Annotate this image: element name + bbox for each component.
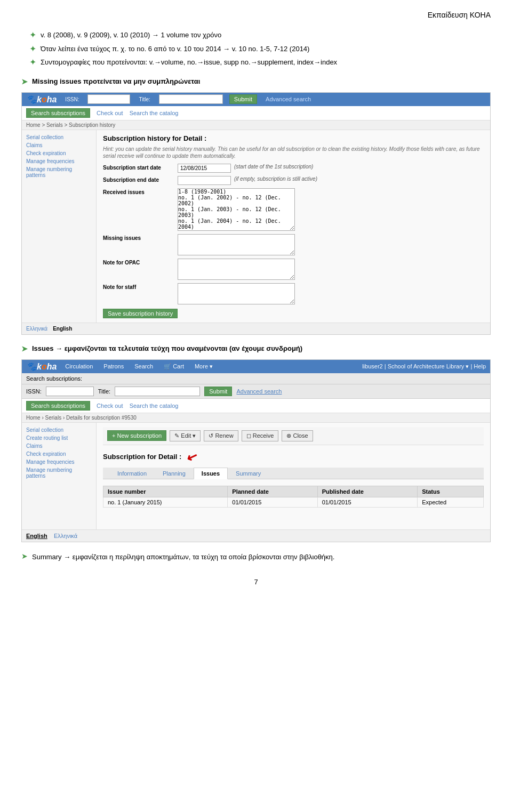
sidebar-manage-frequencies[interactable]: Manage frequencies	[26, 158, 92, 164]
bullet-text-3: Συντομογραφίες που προτείνονται: v.→volu…	[41, 57, 337, 68]
close-btn[interactable]: ⊗ Close	[282, 430, 313, 441]
bullet-item-1: ✦ v. 8 (2008), v. 9 (2009), v. 10 (2010)…	[27, 30, 491, 41]
bullet-item-2: ✦ Όταν λείπει ένα τεύχος π. χ. το no. 6 …	[27, 44, 491, 54]
issn-input-1[interactable]	[87, 94, 130, 104]
new-subscription-btn[interactable]: + New subscription	[107, 430, 166, 441]
koha1-heading: Subscription history for Detail :	[103, 134, 484, 142]
tab-issues[interactable]: Issues	[194, 468, 228, 479]
koha2-sidebar: Serial collection Create routing list Cl…	[22, 423, 97, 529]
tab-bar: Information Planning Issues Summary	[103, 468, 484, 479]
opac-textarea[interactable]	[178, 259, 295, 280]
col-planned-date: Planned date	[228, 486, 317, 497]
start-date-label: Subscription start date	[103, 164, 178, 171]
koha1-body: Serial collection Claims Check expiratio…	[22, 130, 490, 323]
bullet-icon-1: ✦	[29, 30, 36, 40]
page-header: Εκπαίδευση ΚΟΗΑ	[21, 11, 491, 19]
koha2-body: Serial collection Create routing list Cl…	[22, 423, 490, 529]
lang-greek-1[interactable]: Ελληνικά	[26, 326, 47, 332]
receive-btn[interactable]: ◻ Receive	[242, 430, 279, 441]
advanced-search-link-1[interactable]: Advanced search	[263, 95, 313, 103]
form-row-start: Subscription start date (start date of t…	[103, 164, 484, 173]
bullet-icon-3: ✦	[29, 57, 36, 67]
sidebar-serial-collection[interactable]: Serial collection	[26, 134, 92, 140]
sidebar2-manage-frequencies[interactable]: Manage frequencies	[26, 459, 92, 465]
koha1-footer: Ελληνικά English	[22, 323, 490, 334]
sidebar-check-expiration[interactable]: Check expiration	[26, 150, 92, 156]
tab-information[interactable]: Information	[109, 468, 155, 479]
search-catalog-link-1[interactable]: Search the catalog	[130, 110, 179, 116]
received-textarea[interactable]: 1-8 (1989-2001) no. 1 (Jan. 2002) - no. …	[178, 188, 295, 231]
sidebar2-routing-list[interactable]: Create routing list	[26, 435, 92, 441]
nav2-search[interactable]: Search	[132, 362, 155, 371]
title-input-2[interactable]	[115, 387, 200, 396]
sidebar2-check-expiration[interactable]: Check expiration	[26, 451, 92, 457]
submit-btn-1[interactable]: Submit	[229, 94, 257, 104]
summary-section: ➤ Summary → εμφανίζεται η περίληψη αποκτ…	[21, 552, 491, 562]
title-label-2: Title:	[98, 388, 110, 395]
end-date-hint: (if empty, subscription is still active)	[234, 176, 317, 182]
advanced-search-link-2[interactable]: Advanced search	[236, 388, 282, 395]
sidebar-claims[interactable]: Claims	[26, 142, 92, 148]
heading-text: Subscription for Detail :	[103, 453, 181, 461]
end-date-input[interactable]	[178, 176, 231, 185]
check-out-link-2[interactable]: Check out	[97, 403, 123, 409]
koha2-footer: English Ελληνικά	[22, 529, 490, 542]
koha1-logo: 🐾koha	[26, 94, 57, 104]
issn-label-2: ISSN:	[26, 388, 42, 395]
koha1-breadcrumb: Home > Serials > Subscription history	[22, 120, 490, 130]
staff-textarea[interactable]	[178, 283, 295, 304]
koha2-issn-row: ISSN: Title: Submit Advanced search	[22, 384, 490, 399]
save-history-btn[interactable]: Save subscription history	[103, 309, 178, 318]
nav2-cart[interactable]: 🛒 Cart	[162, 362, 186, 371]
koha1-search-bar: Search subscriptions Check out Search th…	[22, 106, 490, 120]
header-title: Εκπαίδευση ΚΟΗΑ	[428, 11, 491, 19]
form-row-received: Received issues 1-8 (1989-2001) no. 1 (J…	[103, 188, 484, 231]
sidebar2-serial-collection[interactable]: Serial collection	[26, 427, 92, 433]
submit-btn-2[interactable]: Submit	[204, 387, 232, 396]
search-subscriptions-btn-1[interactable]: Search subscriptions	[26, 108, 90, 118]
cell-status: Expected	[418, 497, 484, 507]
koha2-main: + New subscription ✎ Edit ▾ ↺ Renew ◻ Re…	[97, 423, 490, 529]
koha2-search-links: Search subscriptions Check out Search th…	[22, 399, 490, 413]
search-catalog-link-2[interactable]: Search the catalog	[130, 403, 179, 409]
col-status: Status	[418, 486, 484, 497]
koha-box-2: 🐾koha Circulation Patrons Search 🛒 Cart …	[21, 359, 491, 542]
check-out-link-1[interactable]: Check out	[97, 110, 123, 116]
search-subscriptions-btn-2[interactable]: Search subscriptions	[26, 401, 90, 411]
koha2-heading: Subscription for Detail : ↙	[103, 449, 484, 464]
sidebar2-manage-numbering[interactable]: Manage numbering patterns	[26, 467, 92, 479]
issues-table: Issue number Planned date Published date…	[103, 486, 484, 508]
missing-textarea[interactable]	[178, 234, 295, 255]
nav2-circulation[interactable]: Circulation	[63, 362, 95, 371]
nav-title: Title:	[137, 95, 152, 103]
bullet-item-3: ✦ Συντομογραφίες που προτείνονται: v.→vo…	[27, 57, 491, 68]
cell-published-date: 01/01/2015	[317, 497, 418, 507]
table-row: no. 1 (January 2015) 01/01/2015 01/01/20…	[103, 497, 484, 507]
nav2-patrons[interactable]: Patrons	[101, 362, 126, 371]
start-date-input[interactable]	[178, 164, 231, 173]
topbar-right-text: libuser2 | School of Architecture Librar…	[362, 363, 486, 369]
sidebar-manage-numbering[interactable]: Manage numbering patterns	[26, 166, 92, 178]
top-bullets: ✦ v. 8 (2008), v. 9 (2009), v. 10 (2010)…	[21, 30, 491, 68]
col-published-date: Published date	[317, 486, 418, 497]
bullet-icon-2: ✦	[29, 44, 36, 54]
koha1-navbar: 🐾koha ISSN: Title: Submit Advanced searc…	[22, 93, 490, 106]
tab-summary[interactable]: Summary	[228, 468, 269, 479]
koha2-logo: 🐾koha	[26, 361, 57, 372]
renew-btn[interactable]: ↺ Renew	[204, 430, 238, 441]
form-row-opac: Note for OPAC	[103, 259, 484, 280]
nav-issn: ISSN:	[63, 95, 81, 103]
issn-input-2[interactable]	[46, 387, 94, 396]
lang2-english[interactable]: English	[26, 533, 47, 539]
title-input-1[interactable]	[159, 94, 223, 104]
koha1-sidebar: Serial collection Claims Check expiratio…	[22, 130, 97, 323]
start-date-hint: (start date of the 1st subscription)	[234, 164, 313, 170]
nav2-more[interactable]: More ▾	[193, 362, 215, 371]
tab-planning[interactable]: Planning	[155, 468, 194, 479]
lang-english-1[interactable]: English	[53, 326, 72, 332]
summary-text: Summary → εμφανίζεται η περίληψη αποκτημ…	[32, 552, 334, 562]
edit-btn[interactable]: ✎ Edit ▾	[170, 430, 201, 441]
lang2-greek[interactable]: Ελληνικά	[54, 533, 77, 539]
sidebar2-claims[interactable]: Claims	[26, 443, 92, 449]
missing-label: Missing issues	[103, 234, 178, 241]
